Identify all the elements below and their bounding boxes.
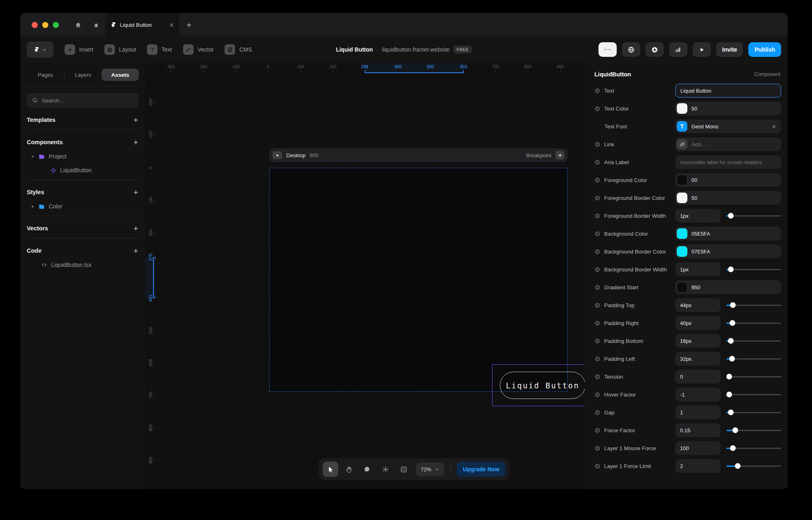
- slider-knob[interactable]: [726, 374, 732, 379]
- invite-button[interactable]: Invite: [716, 42, 743, 57]
- slider-knob[interactable]: [730, 445, 736, 451]
- slider-knob[interactable]: [728, 213, 734, 219]
- slider-value-input[interactable]: 0.15: [675, 423, 721, 437]
- minimize-window-button[interactable]: [42, 22, 48, 28]
- add-override-icon[interactable]: [594, 266, 600, 273]
- new-tab-button[interactable]: [179, 13, 198, 37]
- slider-knob[interactable]: [732, 427, 738, 433]
- add-styles-button[interactable]: [133, 189, 139, 195]
- home-button[interactable]: [69, 13, 87, 37]
- font-control[interactable]: TGeist Mono: [675, 119, 781, 133]
- comment-tool-button[interactable]: [359, 462, 375, 477]
- slider-value-input[interactable]: 32px: [675, 352, 721, 366]
- add-override-icon[interactable]: [594, 106, 600, 112]
- slider-track-area[interactable]: [726, 266, 781, 272]
- slider-knob[interactable]: [728, 410, 734, 415]
- link-control[interactable]: Add...: [675, 137, 781, 151]
- add-override-icon[interactable]: [594, 213, 600, 219]
- cursor-tool-button[interactable]: [323, 462, 338, 477]
- tree-item-color[interactable]: Color: [27, 199, 139, 213]
- add-override-icon[interactable]: [594, 302, 600, 308]
- add-breakpoint-button[interactable]: [555, 151, 564, 160]
- sidebar-tab-assets[interactable]: Assets: [102, 69, 139, 81]
- marketplace-button[interactable]: [87, 13, 106, 37]
- slider-track-area[interactable]: [726, 338, 781, 344]
- add-templates-button[interactable]: [133, 117, 139, 123]
- toolbar-menu-vector[interactable]: Vector: [183, 44, 214, 55]
- slider-knob[interactable]: [735, 463, 741, 469]
- slider-knob[interactable]: [730, 320, 735, 326]
- toolbar-menu-insert[interactable]: Insert: [65, 44, 93, 55]
- preview-button[interactable]: [693, 42, 711, 57]
- toolbar-menu-text[interactable]: TText: [147, 44, 172, 55]
- sidebar-tab-pages[interactable]: Pages: [27, 69, 64, 81]
- slider-knob[interactable]: [728, 338, 734, 344]
- add-override-icon[interactable]: [594, 374, 600, 380]
- breakpoint-device-label[interactable]: Desktop: [286, 152, 306, 158]
- liquid-button-element[interactable]: Liquid Button: [500, 372, 585, 399]
- add-override-icon[interactable]: [594, 320, 600, 326]
- slider-value-input[interactable]: 1: [675, 405, 721, 419]
- color-swatch[interactable]: [677, 103, 687, 114]
- slider-track-area[interactable]: [726, 213, 781, 219]
- color-control[interactable]: 00: [675, 173, 781, 187]
- components-tool-button[interactable]: [396, 462, 411, 477]
- add-override-icon[interactable]: [594, 177, 600, 183]
- breakpoint-bar[interactable]: Desktop 900 Breakpoint: [269, 148, 568, 162]
- color-swatch[interactable]: [677, 175, 687, 185]
- add-override-icon[interactable]: [594, 141, 600, 147]
- tree-item-liquidbutton-tsx[interactable]: LiquidButton.tsx: [27, 258, 139, 272]
- analytics-button[interactable]: [669, 42, 687, 57]
- slider-value-input[interactable]: 1px: [675, 209, 721, 223]
- slider-value-input[interactable]: -1: [675, 388, 721, 401]
- color-control[interactable]: 07E5FA: [675, 245, 781, 258]
- slider-track-area[interactable]: [726, 302, 781, 308]
- color-swatch[interactable]: [677, 246, 687, 257]
- desktop-frame[interactable]: Liquid Button: [269, 168, 568, 392]
- text-input-field[interactable]: [677, 88, 779, 94]
- clear-font-button[interactable]: [772, 124, 780, 129]
- color-control[interactable]: 950: [675, 280, 781, 294]
- close-window-button[interactable]: [32, 22, 38, 28]
- text-input[interactable]: [675, 84, 781, 98]
- slider-knob[interactable]: [730, 302, 736, 308]
- slider-value-input[interactable]: 0: [675, 370, 721, 384]
- canvas[interactable]: -300-200-1000100200298400500603700800900…: [145, 63, 585, 489]
- add-override-icon[interactable]: [594, 392, 600, 398]
- add-override-icon[interactable]: [594, 88, 600, 94]
- preview-frame-button[interactable]: [272, 151, 282, 159]
- add-override-icon[interactable]: [594, 445, 600, 451]
- toolbar-menu-layout[interactable]: Layout: [104, 44, 136, 55]
- slider-track-area[interactable]: [726, 445, 781, 451]
- color-control[interactable]: 50: [675, 191, 781, 205]
- add-vectors-button[interactable]: [133, 225, 139, 232]
- color-control[interactable]: 50: [675, 102, 781, 115]
- add-override-icon[interactable]: [594, 249, 600, 255]
- color-swatch[interactable]: [677, 228, 687, 239]
- add-override-icon[interactable]: [594, 231, 600, 237]
- project-tab[interactable]: Liquid Button: [106, 13, 179, 37]
- slider-track-area[interactable]: [726, 463, 781, 469]
- slider-value-input[interactable]: 100: [675, 441, 721, 455]
- add-override-icon[interactable]: [594, 463, 600, 469]
- search-box[interactable]: [27, 93, 139, 108]
- add-components-button[interactable]: [133, 139, 139, 145]
- slider-track-area[interactable]: [726, 410, 781, 415]
- component-selection[interactable]: Liquid Button: [492, 364, 585, 406]
- upgrade-button[interactable]: Upgrade Now: [457, 462, 505, 477]
- slider-value-input[interactable]: 40px: [675, 316, 721, 330]
- project-domain[interactable]: liquidbutton.framer.website: [382, 46, 450, 53]
- site-settings-button[interactable]: [646, 42, 664, 57]
- search-input[interactable]: [42, 98, 134, 104]
- slider-track-area[interactable]: [726, 374, 781, 379]
- slider-knob[interactable]: [728, 266, 734, 272]
- aria-label-input[interactable]: Accessible label for screen readers: [675, 155, 781, 169]
- localization-button[interactable]: [622, 42, 640, 57]
- add-override-icon[interactable]: [594, 410, 600, 416]
- close-tab-icon[interactable]: [169, 22, 174, 28]
- slider-value-input[interactable]: 1px: [675, 262, 721, 276]
- add-override-icon[interactable]: [594, 356, 600, 362]
- color-swatch[interactable]: [677, 193, 687, 203]
- add-override-icon[interactable]: [594, 338, 600, 344]
- add-override-icon[interactable]: [594, 284, 600, 290]
